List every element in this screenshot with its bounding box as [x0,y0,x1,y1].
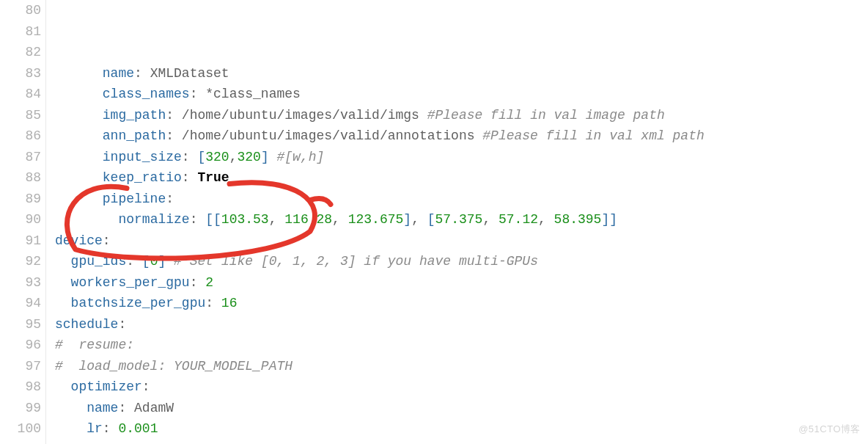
token-key: class_names [103,87,190,101]
code-line: pipeline: [55,189,705,210]
token-key: optimizer [71,379,142,394]
token-punct: , [269,212,285,227]
line-number: 80 [0,0,41,21]
token-comment: #Please fill in val xml path [482,128,704,143]
token-str: AdamW [134,401,174,415]
code-editor: 8081828384858687888990919293949596979899… [0,0,868,444]
line-number: 96 [0,335,41,356]
token-punct: : [134,66,150,81]
line-number: 88 [0,167,41,189]
token-key: ann_path [103,128,166,143]
token-key: batchsize_per_gpu [71,296,206,310]
line-number: 82 [0,42,41,63]
token-punct: : [182,150,198,164]
token-punct: , [411,212,427,227]
token-punct: : [118,401,134,415]
code-line: # load_model: YOUR_MODEL_PATH [55,356,705,377]
token-punct: : [103,421,119,436]
line-number: 100 [0,418,41,440]
code-line: name: AdamW [55,398,705,419]
token-brack: ] [158,254,166,269]
code-line: # resume: [55,335,705,356]
token-num: 320 [205,150,229,164]
code-line: ann_path: /home/ubuntu/images/valid/anno… [55,125,705,147]
token-str: *class_names [205,87,301,101]
token-brack: [ [197,150,205,164]
code-line: optimizer: [55,376,705,398]
token-punct: : [166,128,182,143]
token-bool: True [197,170,229,185]
token-punct: , [229,150,238,164]
token-punct: : [126,254,142,269]
line-number: 90 [0,209,41,230]
token-punct: : [190,275,206,290]
token-punct: , [482,212,499,227]
code-line: name: XMLDataset [55,63,705,84]
code-line: normalize: [[103.53, 116.28, 123.675], [… [55,209,705,230]
line-number: 94 [0,293,41,314]
line-number: 95 [0,314,41,335]
token-num: 103.53 [221,212,269,227]
token-key: lr [87,421,103,436]
line-number: 92 [0,251,41,272]
token-punct: : [118,317,126,332]
token-key: gpu_ids [71,254,127,269]
token-punct: , [538,212,554,227]
token-key: workers_per_gpu [71,275,190,290]
code-line: input_size: [320,320] #[w,h] [55,147,705,168]
token-key: schedule [55,317,118,332]
token-comment: # Set like [0, 1, 2, 3] if you have mult… [174,254,538,269]
token-num: 16 [221,296,238,310]
line-number: 85 [0,105,41,126]
token-punct [166,254,174,269]
line-number: 99 [0,398,41,419]
token-str: XMLDataset [150,66,229,81]
token-num: 0 [150,254,158,269]
token-num: 57.375 [435,212,483,227]
token-key: img_path [103,108,166,123]
line-number-gutter: 8081828384858687888990919293949596979899… [0,0,46,444]
code-line: class_names: *class_names [55,84,705,105]
line-number: 93 [0,272,41,294]
code-line: workers_per_gpu: 2 [55,272,705,294]
token-key: device [55,233,103,248]
token-key: normalize [118,212,189,227]
token-str: /home/ubuntu/images/valid/imgs [182,108,427,123]
token-brack: ] [261,150,269,164]
token-punct: : [182,170,198,185]
token-punct: : [190,212,206,227]
code-line: gpu_ids: [0] # Set like [0, 1, 2, 3] if … [55,251,705,272]
token-comment: #[w,h] [277,150,325,164]
token-key: name [87,401,118,415]
watermark: @51CTO博客 [798,419,861,440]
token-key: keep_ratio [103,170,182,185]
token-key: name [103,66,134,81]
token-key: pipeline [103,192,166,206]
token-brack: [ [427,212,435,227]
line-number: 84 [0,84,41,105]
token-punct: : [103,233,111,248]
token-punct: : [190,87,206,101]
token-punct: : [142,379,150,394]
token-comment: #Please fill in val image path [427,108,665,123]
line-number: 98 [0,376,41,398]
line-number: 83 [0,63,41,84]
token-punct: : [166,192,174,206]
token-num: 116.28 [284,212,332,227]
code-line: lr: 0.001 [55,418,705,440]
token-brack: ]] [601,212,617,227]
token-comment: # load_model: YOUR_MODEL_PATH [55,359,293,374]
code-line: schedule: [55,314,705,335]
token-num: 123.675 [348,212,404,227]
token-num: 58.395 [554,212,602,227]
token-str: /home/ubuntu/images/valid/annotations [182,128,482,143]
token-punct: : [205,296,221,310]
token-brack: [ [142,254,150,269]
code-line: img_path: /home/ubuntu/images/valid/imgs… [55,105,705,126]
token-punct: , [332,212,348,227]
token-num: 320 [237,150,260,164]
line-number: 87 [0,147,41,168]
line-number: 81 [0,21,41,43]
line-number: 91 [0,230,41,252]
token-brack: [[ [205,212,221,227]
